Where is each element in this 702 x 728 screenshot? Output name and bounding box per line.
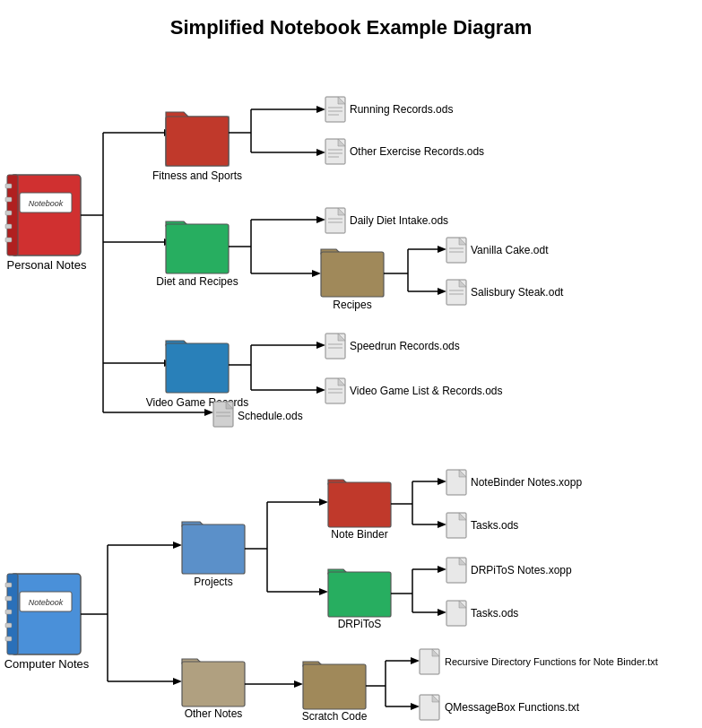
svg-marker-143 [411, 703, 420, 710]
svg-rect-136 [303, 664, 366, 709]
svg-text:Notebook: Notebook [29, 598, 64, 607]
svg-text:Other Notes: Other Notes [185, 707, 243, 720]
svg-text:Tasks.ods: Tasks.ods [471, 607, 518, 620]
svg-rect-74 [166, 343, 229, 393]
svg-text:Video Game Records: Video Game Records [146, 396, 249, 409]
svg-rect-54 [325, 208, 345, 233]
svg-text:Scratch Code: Scratch Code [302, 710, 368, 723]
svg-marker-35 [316, 149, 325, 156]
svg-text:Schedule.ods: Schedule.ods [238, 410, 303, 422]
svg-rect-130 [446, 601, 466, 626]
svg-rect-66 [446, 238, 466, 263]
svg-rect-1 [7, 175, 18, 256]
svg-marker-113 [438, 478, 446, 485]
svg-text:DRPiToS: DRPiToS [338, 618, 382, 630]
svg-rect-146 [420, 695, 439, 720]
svg-rect-14 [5, 596, 12, 601]
svg-text:Vanilla Cake.odt: Vanilla Cake.odt [471, 244, 549, 256]
svg-rect-10 [7, 574, 18, 654]
svg-rect-13 [5, 583, 12, 587]
svg-marker-25 [164, 360, 173, 367]
svg-marker-99 [173, 678, 182, 685]
svg-rect-46 [166, 224, 229, 273]
svg-text:Other Exercise Records.ods: Other Exercise Records.ods [350, 145, 484, 158]
svg-marker-53 [312, 270, 321, 277]
svg-text:Recipes: Recipes [333, 299, 371, 311]
svg-rect-86 [325, 378, 345, 403]
svg-rect-58 [321, 252, 384, 297]
svg-rect-11 [20, 592, 72, 611]
svg-marker-135 [294, 680, 303, 688]
svg-text:Speedrun Records.ods: Speedrun Records.ods [350, 340, 460, 352]
svg-rect-120 [328, 572, 391, 617]
svg-rect-118 [446, 513, 466, 538]
svg-rect-8 [5, 238, 12, 242]
svg-marker-27 [204, 409, 213, 416]
svg-rect-4 [5, 184, 12, 188]
svg-rect-5 [5, 197, 12, 202]
svg-marker-97 [173, 542, 182, 549]
page-title: Simplified Notebook Example Diagram [0, 0, 702, 48]
svg-marker-127 [438, 609, 446, 616]
computer-notes-label: Computer Notes [4, 657, 90, 671]
svg-text:Note Binder: Note Binder [331, 528, 387, 541]
svg-text:Tasks.ods: Tasks.ods [471, 519, 518, 532]
svg-rect-70 [446, 280, 466, 305]
svg-rect-17 [5, 637, 12, 641]
svg-rect-90 [213, 402, 233, 427]
svg-text:QMessageBox Functions.txt: QMessageBox Functions.txt [445, 701, 580, 714]
svg-rect-108 [328, 482, 391, 527]
svg-marker-79 [316, 342, 325, 349]
svg-marker-115 [438, 521, 446, 528]
svg-rect-9 [11, 574, 81, 654]
svg-rect-128 [446, 558, 466, 583]
svg-text:Notebook: Notebook [29, 199, 64, 208]
svg-marker-141 [411, 657, 420, 664]
svg-rect-15 [5, 610, 12, 614]
svg-rect-116 [446, 470, 466, 495]
svg-rect-6 [5, 211, 12, 215]
svg-text:Fitness and Sports: Fitness and Sports [152, 169, 242, 182]
svg-text:Diet and Recipes: Diet and Recipes [156, 275, 238, 288]
svg-text:NoteBinder Notes.xopp: NoteBinder Notes.xopp [471, 476, 582, 489]
svg-text:DRPiToS Notes.xopp: DRPiToS Notes.xopp [471, 564, 572, 576]
svg-rect-41 [325, 139, 345, 164]
svg-marker-23 [164, 238, 173, 246]
svg-marker-33 [316, 106, 325, 113]
svg-text:Salisbury Steak.odt: Salisbury Steak.odt [471, 286, 564, 299]
svg-marker-65 [438, 288, 446, 295]
svg-rect-82 [325, 334, 345, 359]
svg-rect-2 [20, 193, 72, 212]
svg-text:Video Game List & Records.ods: Video Game List & Records.ods [350, 385, 503, 397]
svg-rect-28 [166, 117, 229, 166]
svg-rect-7 [5, 224, 12, 229]
svg-rect-100 [182, 524, 245, 574]
svg-marker-107 [319, 588, 328, 595]
svg-marker-105 [319, 498, 328, 506]
svg-rect-0 [11, 175, 81, 256]
svg-text:Recursive Directory Functions : Recursive Directory Functions for Note B… [445, 656, 658, 667]
svg-rect-36 [325, 97, 345, 122]
svg-rect-132 [182, 662, 245, 706]
personal-notes-label: Personal Notes [7, 258, 87, 272]
svg-rect-16 [5, 623, 12, 628]
svg-marker-21 [164, 129, 173, 136]
svg-marker-125 [438, 566, 446, 573]
svg-marker-51 [316, 216, 325, 223]
svg-rect-144 [420, 649, 439, 674]
svg-marker-63 [438, 246, 446, 253]
svg-text:Running Records.ods: Running Records.ods [350, 103, 453, 116]
svg-text:Daily Diet Intake.ods: Daily Diet Intake.ods [350, 214, 448, 227]
svg-text:Projects: Projects [194, 576, 232, 588]
svg-marker-81 [316, 386, 325, 394]
